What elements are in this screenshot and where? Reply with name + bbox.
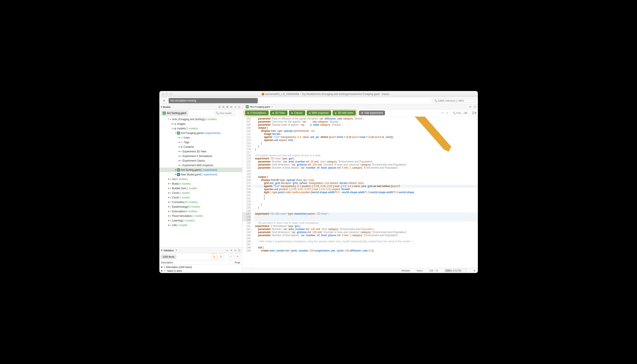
run-button[interactable] (162, 98, 167, 104)
minimize-icon[interactable]: ▭ (234, 106, 237, 108)
cursor-position: 228 : 72 (429, 269, 438, 272)
maximize-icon[interactable]: ◻ (238, 106, 241, 108)
find-model-input[interactable] (214, 111, 236, 115)
writable-status: Writable (401, 269, 410, 272)
filter-icon[interactable]: ≡ (226, 249, 229, 252)
tree-row[interactable]: ▶●Evacuation (4 models) (159, 209, 242, 214)
check-icon[interactable]: ✓ (228, 254, 234, 259)
menu-icon[interactable]: ▾ (230, 249, 233, 252)
models-title: Models (163, 106, 171, 108)
tree-row[interactable]: ▶●Bubble Sort (1 model) (159, 186, 242, 190)
col-description: Description (161, 261, 235, 264)
minimize-icon[interactable]: ▭ (234, 249, 237, 252)
list-icon[interactable]: ≡ (235, 254, 240, 259)
gaml-reference-search[interactable] (432, 98, 476, 103)
maximize-icon[interactable]: ◻ (473, 105, 477, 108)
models-tab-row: G Ant Sorting.gaml ‹› (159, 110, 242, 116)
tree-row[interactable]: ▶GNew Model.gaml (1 experiment) (159, 172, 242, 177)
memory-bar: 116M of 517M (445, 269, 467, 272)
validation-row[interactable]: ▶✔Tasks (1 item) (161, 269, 240, 272)
experiment-group: ▶3 Simulations▶3D View▶Classic▶With Insp… (244, 110, 357, 116)
insert-status: Insert (417, 269, 423, 272)
main-toolbar: No simulation running (159, 97, 478, 104)
file-tab[interactable]: G Ant Sorting.gaml (161, 110, 188, 116)
info-filter-icon[interactable]: ℹ (218, 254, 224, 259)
tree-row[interactable]: ▼▸▮models (3 models) (159, 126, 242, 131)
tree-row[interactable]: ▶●Learning (2 models) (159, 218, 242, 223)
tree-row[interactable]: ▶✾Contents (159, 144, 242, 149)
window-title: wsGamaRel_1.8_334544454 - Toy Models/Ant… (175, 92, 476, 96)
plus-icon: ⊕ (361, 112, 363, 114)
tree-row[interactable]: ▼●Ants (Foraging and Sorting) (3 models) (159, 117, 242, 122)
editor-tab[interactable]: G *Ant Foraging.gaml ✕ (244, 104, 275, 109)
gama-logo-icon (262, 93, 264, 96)
validation-panel: ⊗ Validation ✕ ≡ ▾ ▭ ◻ 1203 items ⊗ ℹ (159, 247, 242, 273)
experiment-button[interactable]: ▶With Inspector (307, 110, 332, 115)
nav-arrows[interactable]: ‹› (238, 112, 241, 115)
models-panel-header: ▮ Models ⊡ ⊟ ⊞ ⇄ ▭ ◻ (159, 104, 242, 110)
trash-icon[interactable]: 🗑 (473, 269, 476, 272)
app-window: wsGamaRel_1.8_334544454 - Toy Models/Ant… (159, 91, 478, 273)
tree-row[interactable]: ▶●Experiment 3D View (159, 149, 242, 154)
tree-row[interactable]: ▶GAnt Sorting.gaml (1 experiment) (159, 168, 242, 172)
outline-icon[interactable]: ☰▾ (472, 111, 477, 115)
back-icon[interactable]: ⟲ (441, 111, 444, 115)
tree-row[interactable]: ▶▸▮images (159, 122, 242, 126)
add-experiment-button[interactable]: ⊕ Add experiment (359, 110, 385, 115)
maximize-icon[interactable]: ◻ (238, 249, 241, 252)
close-icon[interactable]: ✕ (175, 249, 177, 252)
editor-column: G *Ant Foraging.gaml ✕ ▭ ◻ ▶3 Simulation… (242, 104, 478, 273)
link-icon[interactable]: ⇄ (230, 106, 233, 108)
experiment-button[interactable]: ▶3D View (270, 110, 287, 115)
tree-row[interactable]: ▶●Experiment 3 Simulations (159, 154, 242, 158)
simulation-status: No simulation running (169, 98, 258, 103)
tree-row[interactable]: ▶●Comodels (26 models) (159, 200, 242, 204)
validation-row[interactable]: ▶ℹInformation (1202 items) (161, 265, 240, 269)
experiment-button[interactable]: ▶3D with mem (333, 110, 356, 115)
statusbar: Writable Insert 228 : 72 116M of 517M 🗑 (242, 268, 478, 273)
tree-row[interactable]: ▶●Boids (4 models) (159, 181, 242, 186)
tree-row[interactable]: ▶●Experiment Classic (159, 158, 242, 163)
experiment-button[interactable]: ▶3 Simulations (245, 110, 269, 115)
forward-icon[interactable]: ⟳ (446, 111, 448, 115)
validation-title: Validation (164, 249, 174, 252)
collapse-icon[interactable]: ⊟ (222, 106, 225, 108)
tree-row[interactable]: ▶●Epidemiology (6 models) (159, 204, 242, 209)
tree-row[interactable]: ▶🏷Tags (159, 140, 242, 144)
folder-icon: ▮ (161, 106, 162, 108)
error-icon: ⊗ (161, 249, 163, 252)
tree-row[interactable]: ▶●Life (1 model) (159, 223, 242, 228)
tree-row[interactable]: ▶●Clock (1 model) (159, 195, 242, 200)
gaml-badge-icon: G (163, 112, 166, 115)
code-editor[interactable]: 2062072082092102112122132142152162172182… (242, 117, 478, 268)
expand-icon[interactable]: ⊞ (226, 106, 229, 108)
tree-row[interactable]: ▼GAnt Foraging.gaml (4 experiments) (159, 131, 242, 135)
tree-row[interactable]: ▶🏷Uses (159, 135, 242, 140)
items-count-badge: 1203 items (161, 254, 176, 259)
tree-row[interactable]: ▶●Experiment With Inspector (159, 163, 242, 168)
model-tree[interactable]: ▼●Ants (Foraging and Sorting) (3 models)… (159, 116, 242, 247)
tree-row[interactable]: ▶●Circle (1 model) (159, 190, 242, 195)
find-input[interactable] (450, 111, 470, 115)
left-column: ▮ Models ⊡ ⊟ ⊞ ⇄ ▭ ◻ G Ant Sorting.gaml … (159, 104, 242, 273)
experiment-button[interactable]: ▶Classic (289, 110, 305, 115)
workspace: ▮ Models ⊡ ⊟ ⊞ ⇄ ▭ ◻ G Ant Sorting.gaml … (159, 104, 478, 273)
close-tab-icon[interactable]: ✕ (271, 106, 273, 108)
tree-row[interactable]: ▶●Art (5 models) (159, 177, 242, 181)
window-controls[interactable] (162, 93, 173, 96)
minimize-icon[interactable]: ▭ (469, 105, 472, 108)
warning-filter-icon[interactable]: ⊗ (212, 254, 217, 259)
tree-row[interactable]: ▶●Flood Simulation (1 model) (159, 214, 242, 218)
editor-tab-label: *Ant Foraging.gaml (250, 106, 270, 108)
toolbar-icon[interactable]: ⊡ (218, 106, 221, 108)
file-tab-label: Ant Sorting.gaml (167, 112, 186, 115)
col-project: Proje (235, 261, 240, 264)
experiment-bar: ▶3 Simulations▶3D View▶Classic▶With Insp… (242, 110, 478, 117)
titlebar: wsGamaRel_1.8_334544454 - Toy Models/Ant… (159, 91, 478, 97)
editor-tabs: G *Ant Foraging.gaml ✕ ▭ ◻ (242, 104, 478, 110)
gaml-badge-icon: G (246, 105, 249, 108)
